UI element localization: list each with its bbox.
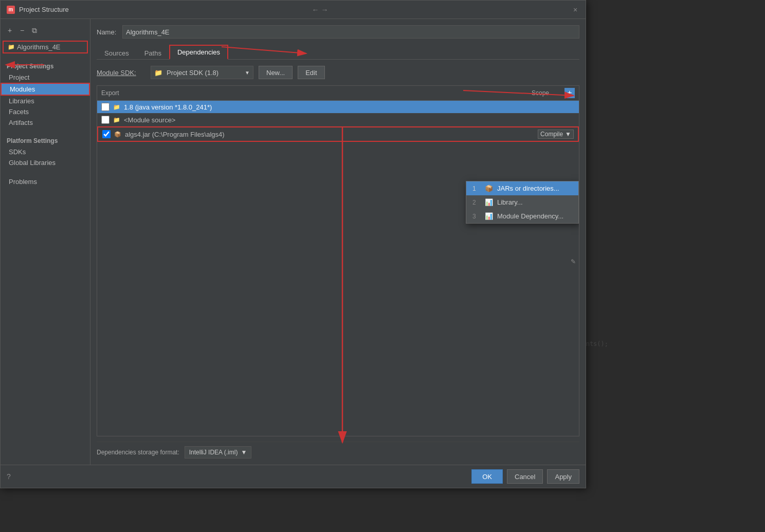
- scope-selector[interactable]: Compile ▼: [538, 130, 574, 139]
- platform-settings-label: Platform Settings: [1, 134, 90, 146]
- code-editor-background: llInts();: [570, 0, 765, 532]
- problems-label: Problems: [9, 178, 37, 186]
- module-list-item[interactable]: 📁 Algorithms_4E: [3, 41, 88, 53]
- dropdown-item-library-label: Library...: [497, 198, 523, 206]
- storage-format-row: Dependencies storage format: IntelliJ ID…: [97, 442, 579, 458]
- module-source-name: <Module source>: [124, 116, 575, 124]
- sidebar-item-global-libraries[interactable]: Global Libraries: [1, 157, 90, 168]
- deps-header: Export Scope +: [97, 86, 579, 101]
- sidebar-item-artifacts[interactable]: Artifacts: [1, 117, 90, 128]
- scope-arrow-icon: ▼: [565, 131, 571, 138]
- sidebar-item-project[interactable]: Project: [1, 72, 90, 83]
- table-row[interactable]: 📁 1.8 (java version *1.8.0_241*): [97, 101, 579, 114]
- footer-buttons: OK Cancel Apply: [471, 469, 579, 484]
- platform-settings-section: Platform Settings SDKs Global Libraries: [1, 134, 90, 168]
- tab-dependencies[interactable]: Dependencies: [169, 45, 228, 60]
- new-sdk-button[interactable]: New...: [259, 66, 293, 79]
- help-button[interactable]: ?: [7, 472, 11, 481]
- forward-button[interactable]: →: [321, 6, 328, 14]
- project-structure-dialog: m Project Structure ← → × + − ⧉ 📁 Algori…: [0, 0, 586, 488]
- title-bar: m Project Structure ← → ×: [1, 1, 586, 19]
- sdk-row: Module SDK: 📁 Project SDK (1.8) ▼ New...…: [97, 66, 579, 79]
- name-row: Name:: [97, 25, 579, 39]
- jars-icon: 📦: [485, 185, 493, 192]
- add-dependency-button[interactable]: +: [564, 88, 575, 98]
- app-icon: m: [7, 6, 15, 14]
- item-3-num: 3: [472, 213, 481, 220]
- storage-label: Dependencies storage format:: [97, 449, 179, 456]
- storage-value: IntelliJ IDEA (.iml): [189, 449, 238, 456]
- sidebar-item-libraries[interactable]: Libraries: [1, 96, 90, 106]
- project-label: Project: [9, 74, 29, 81]
- name-input[interactable]: [122, 25, 579, 39]
- algs4-export-checkbox[interactable]: [102, 130, 111, 138]
- dropdown-item-library[interactable]: 2 📊 Library...: [466, 195, 578, 209]
- algs4-name: algs4.jar (C:\Program Files\algs4): [125, 131, 538, 138]
- add-item-button[interactable]: +: [5, 25, 15, 35]
- export-header: Export: [101, 89, 532, 97]
- libraries-label: Libraries: [9, 97, 34, 105]
- tabs-row: Sources Paths Dependencies: [97, 45, 579, 60]
- dropdown-item-jars[interactable]: 1 📦 JARs or directories...: [466, 181, 578, 195]
- storage-arrow-icon: ▼: [241, 449, 247, 456]
- jdk-folder-icon: 📁: [113, 103, 121, 111]
- project-settings-label: Project Settings: [1, 60, 90, 72]
- back-button[interactable]: ←: [312, 6, 319, 14]
- storage-format-selector[interactable]: IntelliJ IDEA (.iml) ▼: [185, 446, 252, 458]
- sdk-selector[interactable]: 📁 Project SDK (1.8) ▼: [151, 66, 253, 79]
- sidebar-item-problems[interactable]: Problems: [1, 176, 90, 187]
- edit-sdk-button[interactable]: Edit: [298, 66, 324, 79]
- close-button[interactable]: ×: [571, 6, 579, 14]
- sdk-value: Project SDK (1.8): [167, 69, 218, 77]
- sidebar-item-sdks[interactable]: SDKs: [1, 146, 90, 157]
- project-settings-section: Project Settings Project Modules Librari…: [1, 60, 90, 128]
- facets-label: Facets: [9, 108, 29, 116]
- module-source-folder-icon: 📁: [113, 116, 121, 124]
- sidebar-toolbar: + − ⧉: [1, 23, 90, 40]
- extra-section: Problems: [1, 176, 90, 187]
- item-2-num: 2: [472, 199, 481, 206]
- dialog-footer: ? OK Cancel Apply: [1, 465, 586, 488]
- dropdown-item-module-dep[interactable]: 3 📊 Module Dependency...: [466, 209, 578, 223]
- add-dependency-dropdown: 1 📦 JARs or directories... 2 📊 Library..…: [466, 181, 579, 224]
- sdk-label: Module SDK:: [97, 69, 145, 77]
- name-label: Name:: [97, 28, 117, 36]
- global-libraries-label: Global Libraries: [9, 159, 56, 167]
- tab-paths[interactable]: Paths: [137, 46, 169, 60]
- sdk-folder-icon: 📁: [154, 69, 162, 77]
- remove-item-button[interactable]: −: [17, 25, 27, 35]
- module-name: Algorithms_4E: [17, 43, 61, 51]
- scope-header: Scope: [532, 89, 549, 97]
- main-panel: Name: Sources Paths Dependencies Module …: [90, 19, 586, 465]
- dialog-title: Project Structure: [19, 6, 69, 13]
- module-folder-icon: 📁: [8, 44, 15, 50]
- apply-button[interactable]: Apply: [547, 469, 579, 484]
- dropdown-item-module-dep-label: Module Dependency...: [497, 212, 563, 220]
- ok-button[interactable]: OK: [471, 469, 503, 484]
- library-icon: 📊: [485, 198, 493, 206]
- module-dep-icon: 📊: [485, 212, 493, 220]
- cancel-button[interactable]: Cancel: [507, 469, 543, 484]
- edit-icon[interactable]: ✎: [570, 256, 577, 266]
- sidebar-item-facets[interactable]: Facets: [1, 106, 90, 117]
- jdk-name: 1.8 (java version *1.8.0_241*): [124, 103, 575, 111]
- dialog-content: + − ⧉ 📁 Algorithms_4E Project Settings P…: [1, 19, 586, 465]
- tab-sources[interactable]: Sources: [97, 46, 137, 60]
- sidebar-item-modules[interactable]: Modules: [1, 83, 90, 96]
- sdks-label: SDKs: [9, 148, 26, 156]
- jdk-export-checkbox[interactable]: [101, 103, 110, 111]
- copy-item-button[interactable]: ⧉: [29, 25, 40, 35]
- code-line: llInts();: [575, 339, 760, 348]
- nav-arrows: ← →: [307, 4, 332, 16]
- sidebar: + − ⧉ 📁 Algorithms_4E Project Settings P…: [1, 19, 90, 465]
- table-row[interactable]: 📁 <Module source>: [97, 114, 579, 126]
- table-row[interactable]: 📦 algs4.jar (C:\Program Files\algs4) Com…: [97, 126, 579, 142]
- modules-label: Modules: [10, 85, 35, 93]
- item-1-num: 1: [472, 185, 481, 192]
- algs4-jar-icon: 📦: [114, 130, 122, 138]
- edit-panel: ✎: [570, 257, 577, 265]
- sdk-dropdown-arrow-icon: ▼: [245, 70, 250, 76]
- title-bar-left: m Project Structure: [7, 6, 69, 14]
- module-source-export-checkbox[interactable]: [101, 116, 110, 124]
- artifacts-label: Artifacts: [9, 119, 33, 126]
